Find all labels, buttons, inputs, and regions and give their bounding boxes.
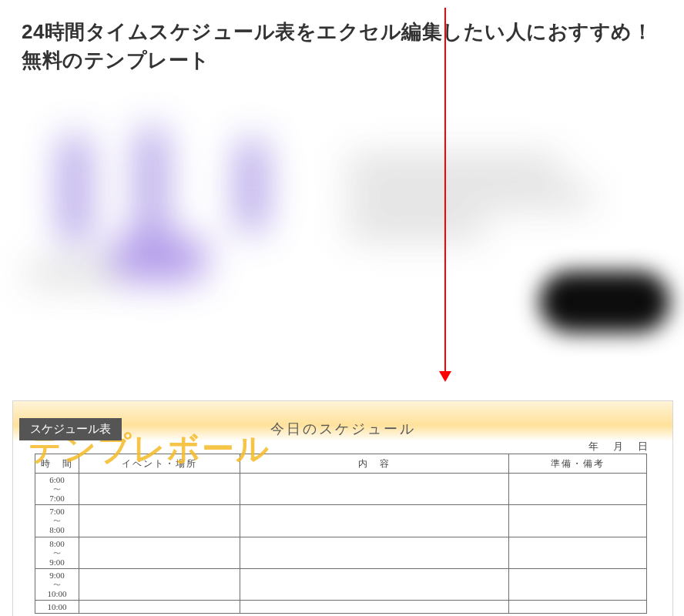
blurred-pill-shape (539, 271, 670, 333)
table-row: 7:00 〜 8:00 (35, 505, 647, 537)
table-row: 9:00 〜 10:00 (35, 568, 647, 600)
cell-content (240, 601, 509, 614)
cell-event (79, 568, 240, 600)
tilde-icon: 〜 (53, 485, 61, 494)
cell-note (509, 505, 647, 537)
page-title: 24時間タイムスケジュール表をエクセル編集したい人におすすめ！無料のテンプレート (0, 13, 684, 74)
date-label-row: 年 月 日 (588, 440, 655, 454)
tilde-icon: 〜 (53, 517, 61, 525)
date-year-label: 年 (588, 440, 605, 452)
cell-time: 7:00 〜 8:00 (35, 505, 79, 537)
time-to: 10:00 (47, 589, 66, 598)
cell-content (240, 537, 509, 568)
annotation-arrow-head-icon (439, 371, 451, 382)
cell-time: 6:00 〜 7:00 (35, 474, 79, 505)
cell-note (509, 474, 647, 505)
cell-note (509, 601, 647, 614)
cell-time: 8:00 〜 9:00 (35, 537, 79, 568)
cell-note (509, 537, 647, 568)
time-from: 8:00 (49, 539, 65, 548)
date-month-label: 月 (613, 440, 629, 452)
table-row: 10:00 (35, 601, 647, 614)
tilde-icon: 〜 (53, 581, 61, 589)
time-to: 9:00 (49, 557, 65, 567)
blurred-ad-region (0, 105, 684, 367)
table-row: 8:00 〜 9:00 (35, 537, 647, 568)
time-from: 7:00 (49, 507, 65, 516)
template-preview: スケジュール表 テンプレボール 今日のスケジュール 年 月 日 時 間 イベント… (12, 400, 673, 616)
time-from: 6:00 (49, 475, 65, 484)
time-to: 8:00 (49, 525, 65, 534)
cell-content (240, 505, 509, 537)
cell-event (79, 474, 240, 505)
time-to: 7:00 (49, 494, 65, 503)
time-from: 10:00 (47, 602, 66, 611)
cell-content (240, 474, 509, 505)
cell-time: 10:00 (35, 601, 79, 614)
cell-time: 9:00 〜 10:00 (35, 568, 79, 600)
time-from: 9:00 (49, 571, 65, 580)
col-note: 準備・備考 (509, 454, 647, 474)
cell-event (79, 505, 240, 537)
date-day-label: 日 (638, 440, 654, 452)
cell-content (240, 568, 509, 600)
table-row: 6:00 〜 7:00 (35, 474, 647, 505)
cell-note (509, 568, 647, 600)
category-tag: スケジュール表 (19, 418, 122, 440)
schedule-table: 時 間 イベント・場所 内 容 準備・備考 6:00 〜 7:00 7:00 (35, 454, 647, 614)
col-content: 内 容 (240, 454, 509, 474)
cell-event (79, 537, 240, 568)
tilde-icon: 〜 (53, 549, 61, 557)
cell-event (79, 601, 240, 614)
